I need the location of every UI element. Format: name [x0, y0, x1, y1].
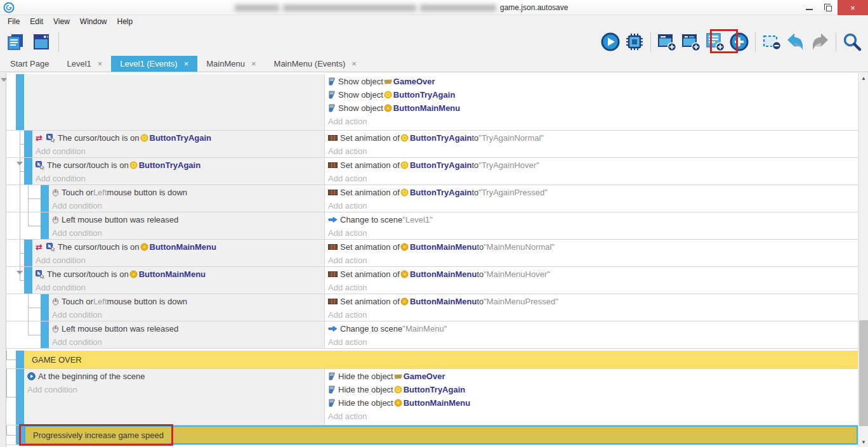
menu-file[interactable]: File — [3, 15, 25, 28]
event-indent-bar[interactable] — [41, 321, 49, 348]
menu-window[interactable]: Window — [75, 15, 112, 28]
comment-text[interactable]: GAME OVER — [24, 351, 858, 368]
tab-close-icon[interactable]: × — [184, 59, 189, 68]
conditions-cell[interactable]: Left mouse button was releasedAdd condit… — [49, 212, 324, 239]
add-placeholder[interactable]: Add condition — [32, 172, 324, 185]
menu-edit[interactable]: Edit — [25, 15, 48, 28]
tab-close-icon[interactable]: × — [352, 59, 357, 68]
close-button[interactable]: × — [838, 0, 868, 15]
event-indent-bar[interactable] — [24, 158, 32, 185]
event-row[interactable]: Left mouse button was releasedAdd condit… — [6, 212, 858, 240]
conditions-cell[interactable]: Touch or Left mouse button is downAdd co… — [49, 294, 324, 321]
add-placeholder[interactable]: Add condition — [49, 335, 324, 348]
event-row[interactable]: The cursor/touch is on ButtonTryAgainAdd… — [6, 158, 858, 185]
event-row[interactable]: At the beginning of the sceneAdd conditi… — [6, 369, 858, 425]
add-placeholder[interactable]: Add action — [325, 410, 858, 423]
event-instruction[interactable]: Set animation of ButtonTryAgain to "TryA… — [325, 159, 858, 172]
add-placeholder[interactable]: Add action — [325, 254, 858, 266]
vertical-scrollbar[interactable]: ▲ ▼ — [858, 73, 868, 447]
event-indent-bar[interactable] — [16, 369, 24, 425]
event-instruction[interactable]: Left mouse button was released — [49, 322, 324, 335]
event-instruction[interactable]: Set animation of ButtonTryAgain to "TryA… — [325, 186, 858, 199]
add-placeholder[interactable]: Add action — [325, 226, 858, 239]
menu-view[interactable]: View — [48, 15, 75, 28]
event-row[interactable]: Touch or Left mouse button is downAdd co… — [6, 185, 858, 212]
event-indent-bar[interactable] — [24, 240, 32, 266]
scroll-down-arrow-icon[interactable]: ▼ — [858, 437, 868, 447]
comment-row[interactable]: GAME OVER — [6, 351, 858, 369]
actions-cell[interactable]: Change to scene "Level1"Add action — [324, 212, 858, 239]
conditions-cell[interactable]: The cursor/touch is on ButtonTryAgainAdd… — [32, 158, 324, 185]
add-placeholder[interactable]: Add condition — [49, 226, 324, 239]
deselect-button[interactable] — [761, 30, 782, 53]
conditions-cell[interactable] — [24, 74, 324, 130]
add-placeholder[interactable]: Add action — [325, 115, 858, 128]
conditions-cell[interactable]: ⇄The cursor/touch is on ButtonMainMenuAd… — [32, 240, 324, 266]
add-placeholder[interactable]: Add condition — [32, 281, 324, 294]
event-row[interactable]: ⇄The cursor/touch is on ButtonMainMenuAd… — [6, 240, 858, 267]
add-object-button[interactable] — [728, 30, 750, 53]
add-external-layout-button[interactable] — [680, 30, 702, 53]
event-instruction[interactable]: The cursor/touch is on ButtonTryAgain — [32, 159, 324, 172]
event-instruction[interactable]: Set animation of ButtonMainMenu to "Main… — [325, 268, 858, 281]
add-placeholder[interactable]: Add condition — [49, 199, 324, 212]
add-placeholder[interactable]: Add condition — [32, 145, 324, 157]
event-instruction[interactable]: Show object ButtonMainMenu — [325, 101, 858, 115]
add-placeholder[interactable]: Add action — [325, 199, 858, 212]
undo-button[interactable] — [785, 30, 806, 53]
event-instruction[interactable]: Show object ButtonTryAgain — [325, 88, 858, 101]
scroll-up-arrow-icon[interactable]: ▲ — [858, 73, 868, 83]
event-indent-bar[interactable] — [24, 131, 32, 157]
tab-close-icon[interactable]: × — [98, 59, 103, 68]
collapse-arrow-icon[interactable] — [16, 162, 23, 165]
event-instruction[interactable]: Hide the object ButtonMainMenu — [325, 396, 858, 410]
event-instruction[interactable]: Hide the object ButtonTryAgain — [325, 383, 858, 396]
debug-button[interactable] — [624, 30, 645, 53]
event-instruction[interactable]: Change to scene "MainMenu" — [325, 322, 858, 335]
event-instruction[interactable]: At the beginning of the scene — [24, 370, 324, 383]
add-external-events-button[interactable] — [704, 30, 726, 53]
comment-row[interactable]: Progressively increase game speed — [6, 425, 858, 445]
tab-mainmenu-events[interactable]: MainMenu (Events) × — [265, 56, 365, 72]
tab-mainmenu[interactable]: MainMenu × — [197, 56, 265, 72]
event-instruction[interactable]: ⇄The cursor/touch is on ButtonTryAgain — [32, 131, 324, 145]
add-placeholder[interactable]: Add action — [325, 308, 858, 321]
actions-cell[interactable]: Hide the object GameOverHide the object … — [324, 369, 858, 425]
search-button[interactable] — [841, 30, 863, 53]
preview-play-button[interactable] — [600, 30, 621, 53]
add-scene-window-button[interactable] — [656, 30, 678, 53]
event-row[interactable]: The cursor/touch is on ButtonMainMenuAdd… — [6, 267, 858, 294]
conditions-cell[interactable]: The cursor/touch is on ButtonMainMenuAdd… — [32, 267, 324, 294]
comment-text[interactable]: Progressively increase game speed — [24, 425, 858, 444]
event-row[interactable]: Touch or Left mouse button is downAdd co… — [6, 294, 858, 321]
collapse-arrow-icon[interactable] — [1, 78, 7, 82]
event-indent-bar[interactable] — [16, 351, 24, 368]
actions-cell[interactable]: Set animation of ButtonMainMenu to "Main… — [324, 267, 858, 294]
event-indent-bar[interactable] — [16, 74, 24, 130]
event-row[interactable]: ⇄The cursor/touch is on ButtonTryAgainAd… — [6, 131, 858, 158]
actions-cell[interactable]: Set animation of ButtonTryAgain to "TryA… — [324, 185, 858, 212]
event-instruction[interactable]: Touch or Left mouse button is down — [49, 186, 324, 199]
actions-cell[interactable]: Show object GameOverShow object ButtonTr… — [324, 74, 858, 130]
event-indent-bar[interactable] — [16, 425, 24, 444]
add-placeholder[interactable]: Add action — [325, 145, 858, 157]
add-placeholder[interactable]: Add action — [325, 335, 858, 348]
scrollbar-thumb[interactable] — [859, 320, 868, 426]
event-instruction[interactable]: ⇄The cursor/touch is on ButtonMainMenu — [32, 240, 324, 254]
event-instruction[interactable]: Change to scene "Level1" — [325, 213, 858, 226]
add-placeholder[interactable]: Add action — [325, 281, 858, 294]
event-instruction[interactable]: Show object GameOver — [325, 75, 858, 88]
tab-level1[interactable]: Level1 × — [58, 56, 111, 72]
restore-button[interactable] — [819, 0, 838, 15]
minimize-button[interactable] — [799, 0, 819, 15]
conditions-cell[interactable]: Left mouse button was releasedAdd condit… — [49, 321, 324, 348]
event-instruction[interactable]: Hide the object GameOver — [325, 370, 858, 383]
event-indent-bar[interactable] — [41, 185, 49, 212]
event-instruction[interactable]: Touch or Left mouse button is down — [49, 295, 324, 308]
project-manager-button[interactable] — [5, 30, 27, 53]
actions-cell[interactable]: Set animation of ButtonTryAgain to "TryA… — [324, 158, 858, 185]
actions-cell[interactable]: Set animation of ButtonTryAgain to "TryA… — [324, 131, 858, 157]
scene-editor-button[interactable] — [30, 30, 52, 53]
add-placeholder[interactable]: Add condition — [49, 308, 324, 321]
add-placeholder[interactable]: Add condition — [32, 254, 324, 266]
